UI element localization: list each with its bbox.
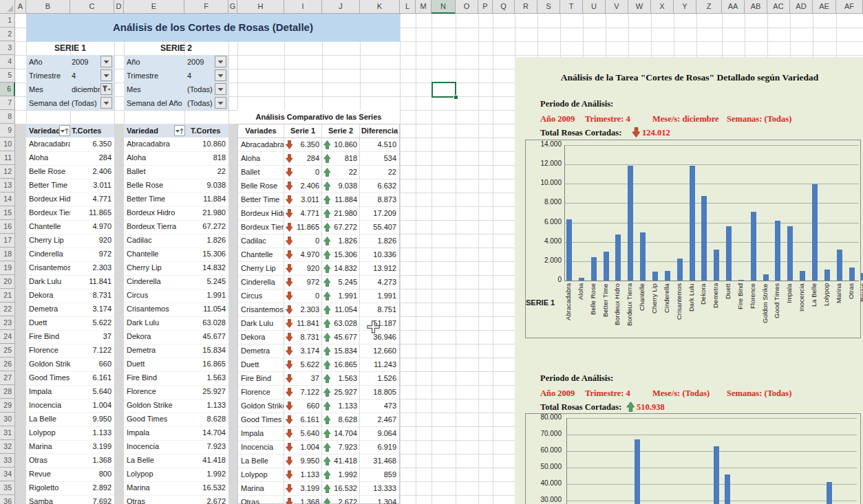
row-header-18[interactable]: 18 [0,248,15,261]
column-header-V[interactable]: V [606,0,628,14]
row-header-28[interactable]: 28 [0,385,15,399]
axis-tick-label: 40.000 [529,479,562,487]
column-header-P[interactable]: P [478,0,493,14]
column-header-D[interactable]: D [114,0,124,14]
row-header-26[interactable]: 26 [0,358,15,371]
row-header-11[interactable]: 11 [0,151,15,165]
axis-tick-label: 60.000 [529,446,562,454]
row-header-13[interactable]: 13 [0,179,15,193]
axis-tick-label: 14.000 [529,140,562,148]
chart2-gridline [566,418,857,419]
category-label: Fire Bind [736,283,746,331]
column-header-X[interactable]: X [651,0,674,14]
column-header-Q[interactable]: Q [493,0,515,14]
row-header-22[interactable]: 22 [0,303,15,316]
row-header-31[interactable]: 31 [0,426,15,440]
column-header-I[interactable]: I [284,0,322,14]
axis-tick-label: 2.000 [529,256,562,264]
row-header-27[interactable]: 27 [0,371,15,385]
charts-layer[interactable]: 02.0004.0006.0008.00010.00012.00014.000A… [0,0,863,504]
column-header-W[interactable]: W [628,0,651,14]
row-header-10[interactable]: 10 [0,138,15,151]
axis-tick-label: 0 [529,276,562,283]
row-header-34[interactable]: 34 [0,468,15,481]
column-header-E[interactable]: E [124,0,184,14]
column-header-G[interactable]: G [228,0,237,14]
row-header-6[interactable]: 6 [0,83,15,96]
column-header-S[interactable]: S [537,0,560,14]
chart-bar [652,272,658,281]
axis-tick-label: 6.000 [529,218,562,226]
column-header-R[interactable]: R [515,0,537,14]
row-header-7[interactable]: 7 [0,96,15,110]
column-header-AA[interactable]: AA [722,0,745,14]
column-header-N[interactable]: N [432,0,456,14]
column-header-A[interactable]: A [15,0,26,14]
row-header-20[interactable]: 20 [0,275,15,289]
row-header-30[interactable]: 30 [0,413,15,426]
chart1-gridline [564,164,859,165]
row-header-9[interactable]: 9 [0,124,15,138]
row-header-32[interactable]: 32 [0,440,15,454]
row-header-15[interactable]: 15 [0,206,15,220]
row-header-16[interactable]: 16 [0,220,15,234]
column-header-H[interactable]: H [237,0,284,14]
chart-bar [714,250,719,281]
row-header-2[interactable]: 2 [0,28,15,41]
row-header-19[interactable]: 19 [0,261,15,275]
column-header-AC[interactable]: AC [767,0,790,14]
column-header-T[interactable]: T [560,0,583,14]
category-label: Goldon Strike [761,283,771,331]
row-header-35[interactable]: 35 [0,481,15,495]
column-header-Z[interactable]: Z [696,0,722,14]
chart-bar [849,267,855,281]
excel-sheet: Análisis de los Cortes de Rosas (Detalle… [0,0,863,504]
column-header-B[interactable]: B [26,0,70,14]
column-header-O[interactable]: O [456,0,478,14]
column-header-L[interactable]: L [400,0,416,14]
row-header-23[interactable]: 23 [0,316,15,330]
chart-bar [800,271,805,281]
column-header-C[interactable]: C [70,0,114,14]
column-header-AF[interactable]: AF [836,0,863,14]
row-header-29[interactable]: 29 [0,399,15,413]
row-header-36[interactable]: 36 [0,495,15,504]
column-header-Y[interactable]: Y [674,0,696,14]
column-header-strip: ABCDEFGHIJKLMNOPQRSTUVWXYZAAABACADAEAF [0,0,863,14]
column-header-M[interactable]: M [416,0,432,14]
row-header-12[interactable]: 12 [0,165,15,179]
axis-tick-label: 4.000 [529,237,562,245]
row-header-3[interactable]: 3 [0,41,15,55]
column-header-AB[interactable]: AB [745,0,767,14]
chart1-gridline [564,145,859,146]
row-header-8[interactable]: 8 [0,110,15,124]
chart-bar [824,270,830,281]
category-label: Bordeux Hidro [613,283,623,331]
row-header-25[interactable]: 25 [0,344,15,358]
row-header-21[interactable]: 21 [0,289,15,303]
row-header-17[interactable]: 17 [0,234,15,248]
row-header-5[interactable]: 5 [0,69,15,83]
row-header-1[interactable]: 1 [0,14,15,28]
row-header-33[interactable]: 33 [0,454,15,468]
row-header-4[interactable]: 4 [0,55,15,69]
chart2-frame[interactable] [525,413,861,504]
chart1-value-axis [564,145,565,281]
column-header-U[interactable]: U [583,0,606,14]
column-header-AE[interactable]: AE [813,0,836,14]
column-header-K[interactable]: K [360,0,400,14]
column-header-F[interactable]: F [184,0,228,14]
column-header-AD[interactable]: AD [790,0,813,14]
chart-bar [751,212,756,281]
category-label: Otras [847,283,857,331]
row-header-24[interactable]: 24 [0,330,15,344]
category-label: Better Time [601,283,611,331]
row-header-14[interactable]: 14 [0,193,15,206]
column-header-J[interactable]: J [322,0,360,14]
chart-bar [837,250,842,281]
chart-bar [566,219,572,281]
chart-bar [677,259,683,281]
select-all-corner[interactable] [0,0,15,14]
axis-tick-label: 70.000 [529,430,562,437]
category-label: Crisantemos [675,283,685,331]
